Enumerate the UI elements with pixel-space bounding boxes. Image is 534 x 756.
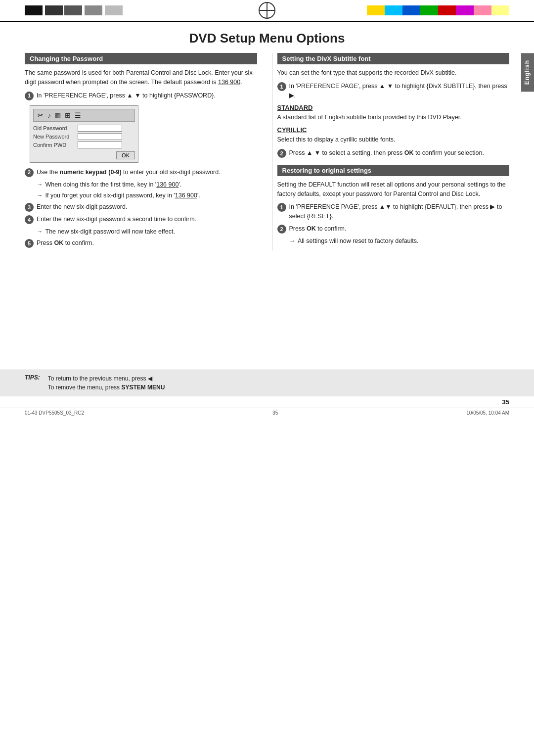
page-number: 35: [0, 396, 534, 408]
black-block-5: [105, 5, 123, 15]
right-step-2-text: Press ▲ ▼ to select a setting, then pres…: [289, 148, 510, 158]
toolbar-icon-scissors: ✂: [38, 111, 44, 119]
changing-password-header: Changing the Password: [25, 53, 257, 64]
step-1-text: In 'PREFERENCE PAGE', press ▲ ▼ to highl…: [37, 91, 257, 100]
right-step-1: 1 In 'PREFERENCE PAGE', press ▲ ▼ to hig…: [277, 82, 510, 100]
footer-right: 10/05/05, 10:04 AM: [466, 410, 509, 416]
light-yellow-block: [491, 5, 509, 15]
black-block-4: [85, 5, 102, 15]
restoring-intro: Setting the DEFAULT function will reset …: [277, 180, 510, 199]
standard-text: A standard list of English subtitle font…: [277, 113, 510, 122]
center-crosshair: [257, 0, 277, 20]
black-block-2: [45, 5, 63, 15]
cyrillic-header: CYRILLIC: [277, 126, 510, 134]
standard-header: STANDARD: [277, 104, 510, 111]
intro-text: The same password is used for both Paren…: [25, 68, 257, 87]
step-5-num: 5: [25, 239, 34, 248]
left-color-blocks: [25, 5, 124, 15]
toolbar-icon-menu: ▦: [55, 111, 61, 119]
restore-step-2-text: Press OK to confirm.: [289, 224, 510, 234]
tips-line-1: To return to the previous menu, press ◀: [48, 374, 165, 383]
ok-button[interactable]: OK: [116, 151, 135, 159]
new-password-label: New Password: [33, 134, 78, 140]
step-3-num: 3: [25, 203, 34, 212]
new-password-field: New Password: [33, 133, 135, 140]
tips-label: TIPS:: [25, 374, 40, 381]
black-block-3: [64, 5, 82, 15]
step-4-arrow: The new six-digit password will now take…: [37, 227, 257, 236]
step-2-arrow-1: When doing this for the first time, key …: [37, 180, 257, 189]
step-2-arrow-2: If you forget your old six-digit passwor…: [37, 191, 257, 200]
step-1-num: 1: [25, 92, 34, 100]
step-4: 4 Enter the new six-digit password a sec…: [25, 215, 257, 224]
magenta-block: [456, 5, 474, 15]
restore-step-2-num: 2: [277, 225, 286, 234]
right-color-blocks: [367, 5, 509, 15]
step-5-text: Press OK to confirm.: [37, 238, 257, 248]
password-dialog: ✂ ♪ ▦ ⊞ ☰ Old Password New Password Conf…: [30, 105, 138, 163]
black-block-1: [25, 5, 43, 15]
restore-step-1-text: In 'PREFERENCE PAGE', press ▲▼ to highli…: [289, 202, 510, 221]
blue-block: [402, 5, 420, 15]
right-step-2: 2 Press ▲ ▼ to select a setting, then pr…: [277, 148, 510, 158]
restore-step-2-arrow: All settings will now reset to factory d…: [289, 236, 510, 246]
cyan-block: [385, 5, 402, 15]
red-block: [438, 5, 456, 15]
dialog-ok-area: OK: [33, 151, 135, 159]
top-bar: [0, 0, 534, 22]
dialog-toolbar: ✂ ♪ ▦ ⊞ ☰: [33, 109, 135, 122]
right-step-2-num: 2: [277, 149, 286, 158]
yellow-block: [367, 5, 385, 15]
main-content: Changing the Password The same password …: [0, 53, 534, 261]
spacer: [0, 261, 534, 360]
old-password-field: Old Password: [33, 125, 135, 132]
cyrillic-text: Select this to display a cyrillic subtit…: [277, 135, 510, 144]
footer-center: 35: [272, 410, 278, 416]
step-2-num: 2: [25, 168, 34, 177]
tips-text: To return to the previous menu, press ◀ …: [48, 374, 165, 392]
confirm-pwd-field: Confirm PWD: [33, 142, 135, 148]
step-4-text: Enter the new six-digit password a secon…: [37, 215, 257, 224]
divx-subtitle-header: Setting the DivX Subtitle font: [277, 53, 510, 64]
toolbar-icon-audio: ♪: [47, 111, 51, 119]
english-tab: English: [521, 53, 534, 92]
step-2: 2 Use the numeric keypad (0-9) to enter …: [25, 168, 257, 177]
right-column: Setting the DivX Subtitle font You can s…: [272, 53, 510, 251]
step-3: 3 Enter the new six-digit password.: [25, 202, 257, 212]
footer-left: 01-43 DVP5505S_03_RC2: [25, 410, 84, 416]
right-step-1-num: 1: [277, 82, 286, 91]
page-title: DVD Setup Menu Options: [0, 22, 534, 53]
restore-step-2: 2 Press OK to confirm.: [277, 224, 510, 234]
confirm-pwd-input[interactable]: [78, 142, 122, 148]
toolbar-icon-grid: ⊞: [65, 111, 71, 119]
step-3-text: Enter the new six-digit password.: [37, 202, 257, 212]
restoring-header: Restoring to original settings: [277, 165, 510, 176]
pink-block: [474, 5, 491, 15]
toolbar-icon-list: ☰: [75, 111, 81, 119]
restore-step-1-num: 1: [277, 203, 286, 212]
step-4-num: 4: [25, 215, 34, 224]
new-password-input[interactable]: [78, 133, 122, 140]
restore-step-1: 1 In 'PREFERENCE PAGE', press ▲▼ to high…: [277, 202, 510, 221]
step-5: 5 Press OK to confirm.: [25, 238, 257, 248]
green-block: [420, 5, 438, 15]
tips-bar: TIPS: To return to the previous menu, pr…: [0, 370, 534, 396]
step-2-text: Use the numeric keypad (0-9) to enter yo…: [37, 168, 257, 177]
bottom-footer: 01-43 DVP5505S_03_RC2 35 10/05/05, 10:04…: [0, 408, 534, 418]
step-1: 1 In 'PREFERENCE PAGE', press ▲ ▼ to hig…: [25, 91, 257, 100]
right-step-1-text: In 'PREFERENCE PAGE', press ▲ ▼ to highl…: [289, 82, 510, 100]
old-password-label: Old Password: [33, 125, 78, 131]
left-column: Changing the Password The same password …: [25, 53, 262, 251]
tips-line-2: To remove the menu, press SYSTEM MENU: [48, 383, 165, 392]
old-password-input[interactable]: [78, 125, 122, 132]
confirm-pwd-label: Confirm PWD: [33, 142, 78, 148]
divx-intro: You can set the font type that supports …: [277, 68, 510, 78]
